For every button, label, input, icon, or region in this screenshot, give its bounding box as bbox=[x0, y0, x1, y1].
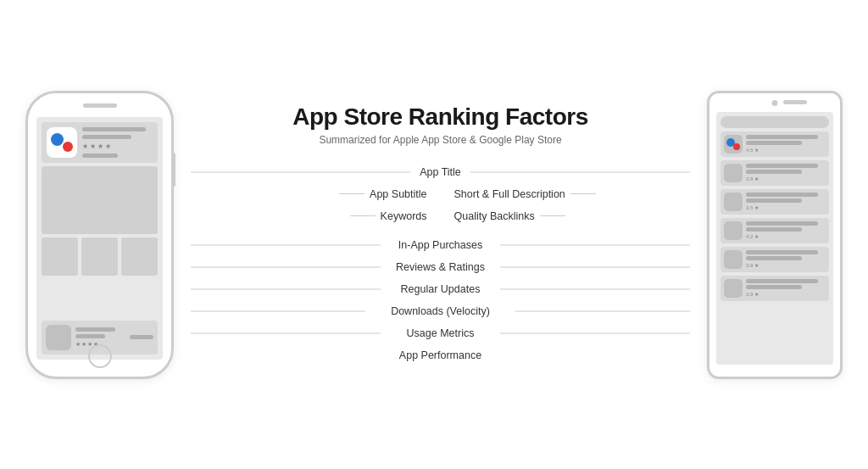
ali-icon-5 bbox=[724, 250, 743, 269]
rating-text-4: 4.2 ★ bbox=[746, 233, 826, 239]
ali-icon-3 bbox=[724, 193, 743, 211]
l2-1 bbox=[746, 164, 818, 168]
bs-2: ★ bbox=[81, 341, 86, 348]
small-img-2 bbox=[81, 237, 118, 276]
factors-grid: App Title App Subtitle Short & Full Desc… bbox=[191, 161, 690, 366]
app-icon-colored bbox=[724, 135, 743, 154]
spacer-1 bbox=[191, 227, 690, 234]
line-right-reviews bbox=[500, 266, 690, 267]
line-left-reviews bbox=[191, 266, 381, 267]
line-right-updates bbox=[500, 288, 690, 289]
line-subtitle bbox=[339, 193, 364, 194]
rating-text-6: 3.9 ★ bbox=[746, 291, 826, 297]
ali-icon-6 bbox=[724, 279, 743, 298]
br-line-1 bbox=[130, 335, 153, 339]
app-list-item-6: 3.9 ★ bbox=[721, 276, 829, 301]
factor-row-performance: App Performance bbox=[191, 344, 690, 366]
line-left-updates bbox=[191, 288, 381, 289]
line-left-title bbox=[191, 171, 410, 172]
camera-dot bbox=[772, 100, 778, 106]
rating-text-5: 3.9 ★ bbox=[746, 262, 826, 268]
l4-2 bbox=[746, 227, 802, 232]
app-list-item-1: 4.5 ★ bbox=[721, 131, 829, 157]
l6-2 bbox=[746, 285, 802, 289]
app-list-info-3: 3.5 ★ bbox=[746, 193, 826, 210]
app-list-info-6: 3.9 ★ bbox=[746, 279, 826, 297]
iphone-mockup: ★ ★ ★ ★ bbox=[25, 91, 174, 379]
page-subtitle: Summarized for Apple App Store & Google … bbox=[319, 134, 561, 146]
line-right-iap bbox=[500, 244, 690, 245]
factor-row-subtitle-desc: App Subtitle Short & Full Description bbox=[191, 183, 690, 205]
split-left-keywords: Keywords bbox=[191, 210, 432, 222]
info-line-1 bbox=[82, 127, 146, 131]
split-right-backlinks: Quality Backlinks bbox=[449, 210, 691, 222]
app-info-lines: ★ ★ ★ ★ bbox=[82, 127, 153, 158]
circle-red-icon bbox=[63, 142, 73, 152]
icon-circles bbox=[726, 138, 740, 150]
line-right-usage bbox=[500, 332, 690, 333]
star-4: ★ bbox=[105, 142, 111, 150]
factor-row-app-title: App Title bbox=[191, 161, 690, 183]
split-left-subtitle: App Subtitle bbox=[191, 188, 432, 200]
search-bar bbox=[721, 116, 829, 128]
l1-2 bbox=[746, 141, 802, 145]
bottom-right-lines bbox=[130, 335, 153, 339]
small-img-3 bbox=[121, 237, 158, 276]
factor-row-usage: Usage Metrics bbox=[191, 322, 690, 344]
c-red bbox=[733, 143, 740, 150]
speaker-top bbox=[83, 103, 117, 108]
factor-row-updates: Regular Updates bbox=[191, 278, 690, 300]
l3-1 bbox=[746, 193, 818, 197]
screen-image bbox=[42, 166, 158, 234]
iphone-screen: ★ ★ ★ ★ bbox=[36, 117, 163, 360]
factor-app-title: App Title bbox=[413, 166, 468, 178]
factor-row-reviews: Reviews & Ratings bbox=[191, 256, 690, 278]
l5-1 bbox=[746, 250, 818, 254]
line-desc bbox=[570, 193, 596, 194]
ali-icon-4 bbox=[724, 221, 743, 240]
rating-text-1: 4.5 ★ bbox=[746, 147, 759, 153]
app-list-item-3: 3.5 ★ bbox=[721, 189, 829, 215]
line-left-usage bbox=[191, 332, 381, 333]
info-line-2 bbox=[82, 135, 131, 139]
android-mockup: 4.5 ★ 3.8 ★ 3.5 ★ bbox=[707, 91, 843, 379]
rating-row-1: 4.5 ★ bbox=[746, 147, 826, 153]
star-2: ★ bbox=[90, 142, 96, 150]
page-title: App Store Ranking Factors bbox=[292, 103, 587, 131]
app-icon-circles bbox=[51, 133, 73, 152]
factor-performance: App Performance bbox=[392, 349, 488, 361]
l4-1 bbox=[746, 221, 818, 226]
factor-updates: Regular Updates bbox=[394, 283, 487, 295]
info-line-3 bbox=[82, 154, 118, 158]
l2-2 bbox=[746, 170, 802, 174]
home-button bbox=[88, 344, 112, 368]
line-keywords bbox=[350, 215, 376, 216]
android-screen: 4.5 ★ 3.8 ★ 3.5 ★ bbox=[716, 112, 833, 365]
app-list-item-2: 3.8 ★ bbox=[721, 160, 829, 186]
bs-1: ★ bbox=[75, 341, 81, 348]
star-1: ★ bbox=[82, 142, 88, 150]
factor-row-downloads: Downloads (Velocity) bbox=[191, 300, 690, 322]
ali-icon-2 bbox=[724, 164, 743, 182]
b-line-1 bbox=[75, 327, 115, 332]
factor-downloads: Downloads (Velocity) bbox=[384, 305, 497, 317]
stars-row: ★ ★ ★ ★ bbox=[82, 142, 153, 150]
l3-2 bbox=[746, 198, 802, 203]
split-right-desc: Short & Full Description bbox=[449, 188, 691, 200]
factor-short-desc: Short & Full Description bbox=[454, 188, 565, 200]
factor-keywords: Keywords bbox=[381, 210, 427, 222]
line-right-title bbox=[470, 171, 690, 172]
bottom-app-icon bbox=[46, 325, 71, 350]
main-container: ★ ★ ★ ★ bbox=[0, 0, 868, 469]
factor-backlinks: Quality Backlinks bbox=[454, 210, 535, 222]
factor-row-keywords-backlinks: Keywords Quality Backlinks bbox=[191, 205, 690, 227]
factor-reviews: Reviews & Ratings bbox=[389, 261, 492, 273]
app-list-info-4: 4.2 ★ bbox=[746, 221, 826, 239]
small-images-row bbox=[42, 237, 158, 276]
app-list-info-5: 3.9 ★ bbox=[746, 250, 826, 268]
line-left-dl bbox=[191, 310, 365, 311]
l1-1 bbox=[746, 135, 818, 139]
app-icon-left bbox=[47, 127, 77, 158]
l6-1 bbox=[746, 279, 818, 283]
app-list-info-1: 4.5 ★ bbox=[746, 135, 826, 153]
